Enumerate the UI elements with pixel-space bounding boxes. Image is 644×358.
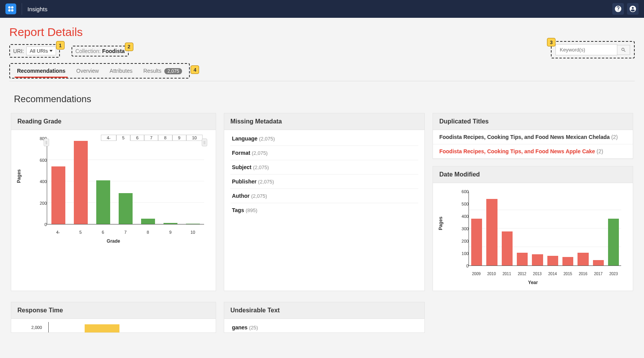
tab-results[interactable]: Results 2,075 [138,65,188,77]
chart-bar[interactable] [502,231,513,266]
metadata-row[interactable]: Format (2,075) [230,146,419,160]
chart-bar[interactable] [593,260,604,266]
svg-point-0 [8,6,10,9]
chart-bar[interactable] [471,219,482,266]
divider [22,3,22,15]
svg-point-2 [8,9,10,12]
chart-bar[interactable] [141,219,155,224]
search-button[interactable] [617,45,630,55]
account-icon[interactable] [627,3,639,15]
svg-point-3 [11,9,14,12]
metadata-row[interactable]: Language (2,075) [230,132,419,146]
uri-value: All URIs [30,48,48,54]
range-tab[interactable]: 5 [116,135,130,141]
chart-bar[interactable] [547,256,558,266]
chart-bar[interactable] [578,253,588,266]
card-response-time: Response Time 2,000 [11,302,216,333]
card-title: Undesirable Text [224,302,425,319]
chevron-down-icon [49,50,53,52]
x-axis-label: Year [439,280,627,285]
card-undesirable-text: Undesirable Text ganes (25)farenheit (5) [224,302,425,333]
callout-badge-4: 4 [191,65,199,74]
tab-results-label: Results [143,68,162,74]
range-tab[interactable]: 4- [101,135,116,141]
chart-bar[interactable] [96,180,110,224]
undesirable-list: ganes (25)farenheit (5) [224,319,425,333]
chart-bar[interactable] [186,224,200,224]
card-missing-metadata: Missing Metadata Language (2,075)Format … [224,113,425,291]
dup-title-row[interactable]: Foodista Recipes, Cooking Tips, and Food… [433,130,633,144]
dup-title-row[interactable]: Foodista Recipes, Cooking Tips, and Food… [433,144,633,159]
y-axis-ticks: 0200400600800 [31,139,47,224]
plot-area [469,192,621,266]
results-count-pill: 2,075 [164,68,182,74]
chart-bar[interactable] [486,199,497,266]
cards-row-1: Reading Grade 4-5678910 || || Pages 0200… [9,113,635,291]
range-tab[interactable]: 9 [172,135,186,141]
chart-bar[interactable] [74,141,88,224]
slider-handle-left[interactable]: || [44,139,49,146]
section-title: Recommendations [14,94,635,104]
page-body: Report Details URI: All URIs 1 Collectio… [0,18,644,333]
card-title: Reading Grade [11,113,216,130]
card-title: Duplicated Titles [433,113,633,130]
y-axis-label: Pages [438,216,443,230]
uri-select[interactable]: All URIs [26,46,56,55]
svg-point-1 [11,6,14,9]
tab-overview[interactable]: Overview [71,65,104,77]
uri-label: URI: [13,48,24,54]
divider [9,81,635,81]
chart-bar[interactable] [164,223,177,224]
callout-badge-2: 2 [125,43,133,51]
metadata-list: Language (2,075)Format (2,075)Subject (2… [224,130,425,219]
chart-bar[interactable] [517,253,528,266]
card-title: Response Time [11,302,216,319]
chart-bar[interactable] [119,193,133,224]
metadata-row[interactable]: Author (2,075) [230,189,419,203]
range-tab[interactable]: 10 [186,135,203,141]
controls-row: URI: All URIs 1 Collection: Foodista 2 3 [9,44,635,58]
metadata-row[interactable]: Publisher (2,075) [230,175,419,189]
ytick: 2,000 [31,325,42,330]
range-tab[interactable]: 6 [130,135,144,141]
chart-bar[interactable] [562,257,573,266]
tabs-wrap: Recommendations Overview Attributes Resu… [9,63,635,81]
x-axis-label: Grade [17,238,210,244]
keyword-search-input[interactable] [555,44,617,55]
range-tabs: 4-5678910 [101,135,203,141]
callout-badge-3: 3 [547,38,555,46]
range-tab[interactable]: 7 [144,135,158,141]
app-logo[interactable] [5,3,16,14]
chart-bar[interactable] [532,254,543,266]
uri-filter-box: URI: All URIs 1 [9,44,60,58]
chart-bar[interactable] [608,219,619,266]
slider-handle-right[interactable]: || [202,139,207,146]
cards-row-2: Response Time 2,000 Undesirable Text gan… [9,302,635,333]
reading-grade-chart: 4-5678910 || || Pages 0200400600800 4-56… [17,135,210,236]
undesirable-row[interactable]: ganes (25) [230,320,419,333]
callout-badge-1: 1 [56,41,65,50]
tab-recommendations[interactable]: Recommendations [12,65,71,77]
search-box-wrap: 3 [551,41,635,58]
right-column: Duplicated Titles Foodista Recipes, Cook… [433,113,633,291]
dup-list: Foodista Recipes, Cooking Tips, and Food… [433,130,633,159]
card-reading-grade: Reading Grade 4-5678910 || || Pages 0200… [11,113,216,291]
chart-bar[interactable] [51,166,65,224]
tabs: Recommendations Overview Attributes Resu… [9,63,190,79]
metadata-row[interactable]: Subject (2,075) [230,160,419,175]
collection-label: Collection: [75,48,101,54]
card-title: Missing Metadata [224,113,425,130]
help-icon[interactable] [612,3,624,15]
x-axis-ticks: 4-5678910 [47,230,204,235]
card-date-modified: Date Modified Pages 0100200300400500600 … [433,166,633,291]
date-modified-chart: Pages 0100200300400500600 20092010201120… [439,188,627,277]
topbar: Insights [0,0,644,18]
response-time-bar [85,324,119,333]
app-title: Insights [27,6,48,12]
y-axis-label: Pages [16,169,22,183]
page-title: Report Details [9,26,635,39]
plot-area [47,139,204,224]
tab-attributes[interactable]: Attributes [104,65,138,77]
range-tab[interactable]: 8 [158,135,172,141]
metadata-row[interactable]: Tags (895) [230,203,419,217]
